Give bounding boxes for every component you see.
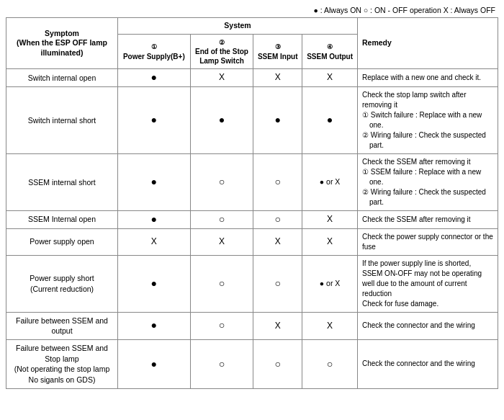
remedy-cell: If the power supply line is shorted, SSE… (358, 255, 498, 312)
system-col-4: ○ (302, 339, 358, 388)
diagnostic-table: Symptom(When the ESP OFF lampilluminated… (6, 17, 498, 389)
system-col-1: ● (118, 312, 191, 339)
table-row: Failure between SSEM and Stop lamp(Not o… (6, 339, 498, 388)
system-col-1: ● (118, 255, 191, 312)
system-col-3: ○ (253, 153, 302, 210)
remedy-header: Remedy (358, 18, 498, 69)
table-row: Power supply short(Current reduction)●○○… (6, 255, 498, 312)
remedy-cell: Check the stop lamp switch after removin… (358, 86, 498, 153)
system-col-4: ● or X (302, 153, 358, 210)
system-header: System (118, 18, 358, 35)
system-col-2: X (190, 228, 253, 255)
sub-header-3: ③SSEM Input (253, 34, 302, 69)
symptom-cell: Switch internal short (6, 86, 118, 153)
system-col-1: X (118, 228, 191, 255)
system-col-2: X (190, 69, 253, 87)
system-col-4: X (302, 210, 358, 228)
system-col-2: ○ (190, 153, 253, 210)
sub-header-1: ①Power Supply(B+) (118, 34, 191, 69)
symptom-cell: SSEM internal short (6, 153, 118, 210)
remedy-cell: Check the connector and the wiring (358, 312, 498, 339)
system-col-4: X (302, 312, 358, 339)
table-row: Switch internal open●XXXReplace with a n… (6, 69, 498, 87)
symptom-cell: Power supply short(Current reduction) (6, 255, 118, 312)
remedy-cell: Check the connector and the wiring (358, 339, 498, 388)
table-row: SSEM Internal open●○○XCheck the SSEM aft… (6, 210, 498, 228)
sub-header-2: ②End of the StopLamp Switch (190, 34, 253, 69)
symptom-cell: Failure between SSEM and output (6, 312, 118, 339)
remedy-cell: Check the SSEM after removing it (358, 210, 498, 228)
system-col-1: ● (118, 339, 191, 388)
system-col-4: ● (302, 86, 358, 153)
symptom-header: Symptom(When the ESP OFF lampilluminated… (6, 18, 118, 69)
table-row: Failure between SSEM and output●○XXCheck… (6, 312, 498, 339)
table-row: Power supply openXXXXCheck the power sup… (6, 228, 498, 255)
system-col-1: ● (118, 86, 191, 153)
system-col-2: ○ (190, 339, 253, 388)
system-col-4: ● or X (302, 255, 358, 312)
symptom-cell: Failure between SSEM and Stop lamp(Not o… (6, 339, 118, 388)
system-col-2: ○ (190, 255, 253, 312)
remedy-cell: Check the power supply connector or the … (358, 228, 498, 255)
system-col-3: X (253, 312, 302, 339)
system-col-3: X (253, 228, 302, 255)
symptom-header-text: Symptom(When the ESP OFF lampilluminated… (17, 29, 107, 57)
system-col-2: ● (190, 86, 253, 153)
system-col-3: ● (253, 86, 302, 153)
system-col-4: X (302, 228, 358, 255)
system-col-2: ○ (190, 312, 253, 339)
page-container: ● : Always ON ○ : ON - OFF operation X :… (0, 0, 504, 395)
remedy-cell: Replace with a new one and check it. (358, 69, 498, 87)
system-col-2: ○ (190, 210, 253, 228)
system-col-3: ○ (253, 210, 302, 228)
symptom-cell: Power supply open (6, 228, 118, 255)
table-row: SSEM internal short●○○● or XCheck the SS… (6, 153, 498, 210)
legend-text: ● : Always ON ○ : ON - OFF operation X :… (6, 6, 498, 14)
system-col-3: ○ (253, 339, 302, 388)
system-col-1: ● (118, 210, 191, 228)
system-col-3: ○ (253, 255, 302, 312)
sub-header-4: ④SSEM Output (302, 34, 358, 69)
system-col-3: X (253, 69, 302, 87)
symptom-cell: SSEM Internal open (6, 210, 118, 228)
symptom-cell: Switch internal open (6, 69, 118, 87)
system-col-1: ● (118, 153, 191, 210)
table-row: Switch internal short●●●●Check the stop … (6, 86, 498, 153)
system-col-1: ● (118, 69, 191, 87)
remedy-cell: Check the SSEM after removing it① SSEM f… (358, 153, 498, 210)
system-col-4: X (302, 69, 358, 87)
